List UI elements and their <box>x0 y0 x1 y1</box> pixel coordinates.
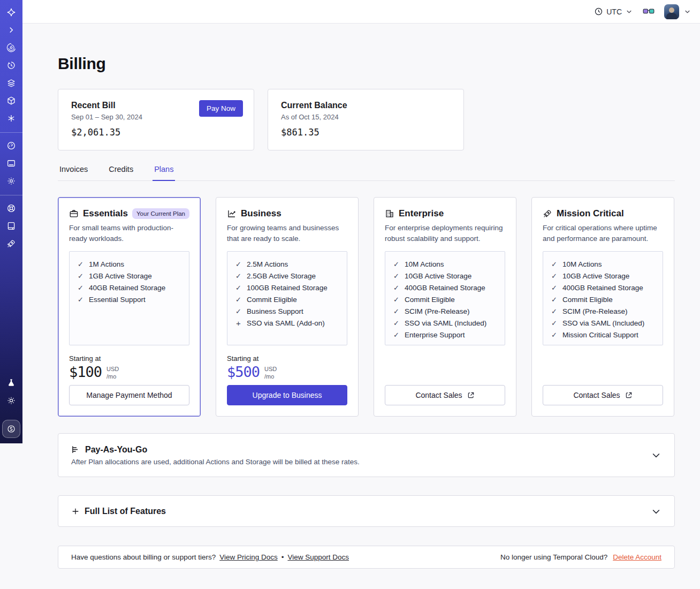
deployments-icon[interactable] <box>6 96 16 105</box>
feature-label: 10M Actions <box>562 259 602 270</box>
support-docs-link[interactable]: View Support Docs <box>287 553 349 561</box>
starting-at-label: Starting at <box>227 354 347 363</box>
plan-description: For small teams with production-ready wo… <box>69 223 189 244</box>
price-period: /mo <box>106 373 119 380</box>
sidebar-bottom-group <box>0 378 22 438</box>
plan-feature: ✓10GB Active Storage <box>551 270 655 282</box>
tab-invoices[interactable]: Invoices <box>58 165 89 180</box>
pricing-docs-link[interactable]: View Pricing Docs <box>219 553 278 561</box>
plan-feature: ✓400GB Retained Storage <box>551 282 655 294</box>
contact-sales-button[interactable]: Contact Sales <box>385 385 505 405</box>
check-icon: ✓ <box>77 259 84 270</box>
cta-label: Manage Payment Method <box>86 391 172 399</box>
chevron-down-icon <box>651 450 661 460</box>
current-balance-title: Current Balance <box>281 101 451 110</box>
plan-feature: ✓Enterprise Support <box>393 329 497 341</box>
chevron-down-icon <box>683 7 691 16</box>
delete-account-link[interactable]: Delete Account <box>613 553 661 561</box>
docs-icon[interactable] <box>6 221 16 231</box>
pay-as-you-go-icon <box>71 445 80 454</box>
usage-icon[interactable] <box>6 141 16 150</box>
plan-feature: ✓1M Actions <box>77 259 181 270</box>
plan-feature-list: ✓10M Actions✓10GB Active Storage✓400GB R… <box>543 251 663 345</box>
delete-question: No longer using Temporal Cloud? <box>500 553 607 561</box>
getting-started-icon[interactable] <box>6 239 16 248</box>
plan-card-business: Business For growing teams and businesse… <box>216 197 359 417</box>
sidebar-divider <box>0 132 22 133</box>
cta-label: Contact Sales <box>415 391 462 399</box>
plan-feature: +SSO via SAML (Add-on) <box>235 318 339 329</box>
temporal-logo-icon[interactable] <box>6 7 16 17</box>
timezone-selector[interactable]: UTC <box>594 7 633 16</box>
plus-icon <box>71 507 80 516</box>
plan-card-mission-critical: Mission Critical For critical operations… <box>531 197 674 417</box>
plan-feature: ✓Commit Eligible <box>551 294 655 306</box>
avatar <box>664 4 679 19</box>
plan-description: For growing teams and businesses that ar… <box>227 223 347 244</box>
support-icon[interactable] <box>6 203 16 213</box>
plan-feature: ✓Essential Support <box>77 294 181 306</box>
billing-active-item[interactable] <box>2 420 20 438</box>
feature-label: Commit Eligible <box>247 294 297 306</box>
check-icon: ✓ <box>235 259 242 270</box>
feature-label: Mission Critical Support <box>562 329 638 341</box>
plan-feature: ✓10M Actions <box>393 259 497 270</box>
plan-feature-list: ✓10M Actions✓10GB Active Storage✓400GB R… <box>385 251 505 345</box>
check-icon: ✓ <box>551 294 558 306</box>
upgrade-business-button[interactable]: Upgrade to Business <box>227 385 347 405</box>
plan-feature: ✓Business Support <box>235 306 339 318</box>
payg-accordion[interactable]: Pay-As-You-Go After Plan allocations are… <box>58 433 675 477</box>
briefcase-icon <box>69 209 79 218</box>
plan-feature: ✓SCIM (Pre-Release) <box>393 306 497 318</box>
plan-feature-list: ✓1M Actions✓1GB Active Storage✓40GB Reta… <box>69 251 189 345</box>
chevron-down-icon <box>651 506 661 517</box>
buildings-icon <box>385 209 394 218</box>
feature-label: 2.5GB Active Storage <box>247 270 316 282</box>
feature-label: 100GB Retained Storage <box>247 282 328 294</box>
chevron-right-icon[interactable] <box>6 25 16 35</box>
price-currency: USD <box>264 365 277 373</box>
check-icon: ✓ <box>393 259 400 270</box>
billing-icon[interactable] <box>6 158 16 168</box>
check-icon: ✓ <box>235 270 242 282</box>
plan-card-enterprise: Enterprise For enterprise deployments re… <box>374 197 516 417</box>
feature-label: Enterprise Support <box>405 329 465 341</box>
check-icon: ✓ <box>235 282 242 294</box>
tab-plans[interactable]: Plans <box>153 165 175 181</box>
cta-label: Contact Sales <box>573 391 620 399</box>
nexus-icon[interactable] <box>6 114 16 123</box>
account-menu[interactable] <box>664 4 691 19</box>
tab-credits[interactable]: Credits <box>107 165 135 180</box>
labs-icon[interactable] <box>6 378 16 388</box>
glasses-icon[interactable] <box>643 7 655 16</box>
settings-icon[interactable] <box>6 176 16 186</box>
main-content: Billing Recent Bill Sep 01 – Sep 30, 202… <box>22 24 700 589</box>
plan-name: Mission Critical <box>557 208 624 219</box>
check-icon: ✓ <box>551 282 558 294</box>
feature-label: SCIM (Pre-Release) <box>562 306 628 318</box>
check-icon: ✓ <box>551 306 558 318</box>
contact-sales-button[interactable]: Contact Sales <box>543 385 663 405</box>
check-icon: ✓ <box>393 270 400 282</box>
billing-active-icon <box>6 424 16 434</box>
external-link-icon <box>467 391 475 399</box>
check-icon: ✓ <box>77 270 84 282</box>
page-title: Billing <box>58 55 675 73</box>
manage-payment-button[interactable]: Manage Payment Method <box>69 385 189 405</box>
schedules-icon[interactable] <box>6 61 16 70</box>
chart-line-icon <box>227 209 237 218</box>
layers-icon[interactable] <box>6 78 16 88</box>
plan-feature: ✓2.5GB Active Storage <box>235 270 339 282</box>
feature-label: 1M Actions <box>89 259 124 270</box>
pay-now-button[interactable]: Pay Now <box>199 100 243 117</box>
full-features-accordion[interactable]: Full List of Features <box>58 495 675 527</box>
theme-icon[interactable] <box>6 396 16 405</box>
check-icon: ✓ <box>77 282 84 294</box>
namespaces-icon[interactable] <box>6 43 16 52</box>
check-icon: ✓ <box>393 282 400 294</box>
plan-feature: ✓SSO via SAML (Included) <box>551 318 655 329</box>
plan-name: Essentials <box>83 208 128 219</box>
price-period: /mo <box>264 373 277 380</box>
plan-name: Enterprise <box>399 208 444 219</box>
plan-feature: ✓SCIM (Pre-Release) <box>551 306 655 318</box>
